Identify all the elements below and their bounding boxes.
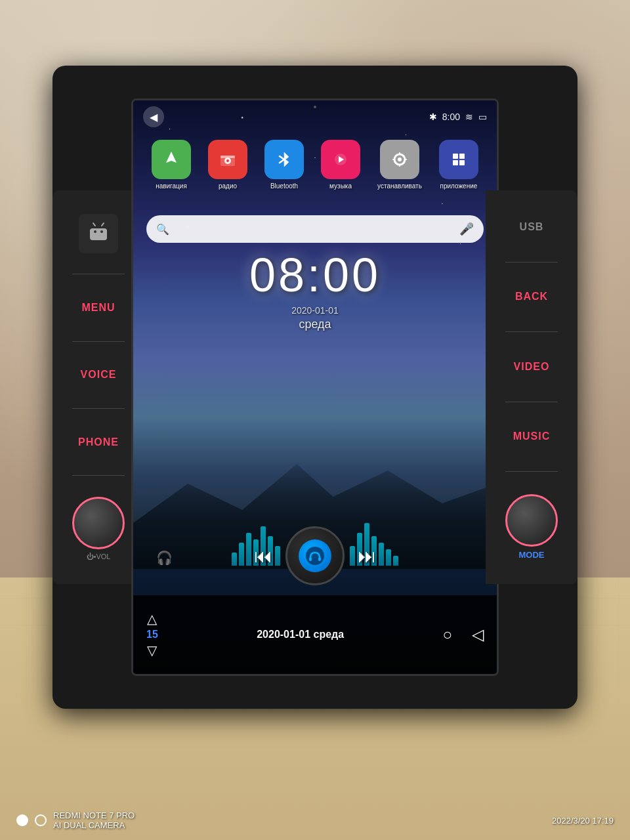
svg-rect-30 [318, 557, 321, 561]
mic-icon: 🎤 [459, 222, 474, 236]
divider-4 [72, 475, 125, 476]
svg-rect-29 [309, 557, 312, 561]
camera-model-text: REDMI NOTE 7 PRO AI DUAL CAMERA [53, 810, 135, 830]
svg-point-11 [226, 159, 229, 162]
usb-button[interactable]: USB [499, 215, 564, 240]
svg-rect-20 [399, 164, 400, 167]
search-icon: 🔍 [156, 223, 169, 236]
divider-3 [72, 408, 125, 409]
camera-info-bar: REDMI NOTE 7 PRO AI DUAL CAMERA 2022/3/2… [0, 810, 630, 830]
app-settings[interactable]: устанавливать [377, 140, 422, 190]
app-icons-row: навигация радио [133, 133, 497, 196]
bluetooth-status-icon: ✱ [429, 112, 437, 122]
back-arrow-button[interactable]: ◀ [143, 106, 164, 127]
channel-selector: △ 15 ▽ [146, 611, 158, 658]
main-screen: ◀ ✱ 8:00 ≋ ▭ навигация [131, 98, 499, 676]
svg-rect-2 [90, 228, 107, 240]
svg-point-3 [94, 230, 96, 233]
svg-rect-21 [392, 159, 395, 160]
svg-point-4 [100, 230, 103, 233]
settings-app-label: устанавливать [377, 182, 422, 190]
status-bar: ◀ ✱ 8:00 ≋ ▭ [133, 100, 497, 133]
svg-line-5 [93, 223, 95, 226]
status-time: 8:00 [442, 112, 460, 122]
voice-button[interactable]: VOICE [66, 362, 131, 387]
battery-icon: ▭ [478, 112, 487, 122]
play-circle-inner [299, 539, 331, 572]
apps-app-icon [439, 140, 478, 179]
back-hw-button[interactable]: BACK [499, 284, 564, 309]
next-button[interactable]: ⏭ [358, 545, 376, 567]
bottom-date-text: 2020-01-01 среда [257, 629, 344, 640]
svg-rect-25 [459, 154, 465, 159]
volume-knob[interactable] [72, 497, 125, 549]
app-apps[interactable]: приложение [439, 140, 478, 190]
home-button[interactable]: ○ [443, 625, 453, 644]
clock-weekday: среда [133, 318, 497, 331]
app-radio[interactable]: радио [208, 140, 247, 190]
channel-down-button[interactable]: ▽ [147, 642, 157, 658]
play-button[interactable] [285, 526, 345, 585]
car-unit: MENU VOICE PHONE ⏻•VOL ◀ ✱ 8:00 ≋ ▭ [52, 66, 578, 709]
divider-1 [72, 274, 125, 274]
music-player: ⏮ ⏭ [133, 526, 497, 595]
right-divider-4 [505, 471, 558, 472]
music-app-icon [321, 140, 360, 179]
apps-app-label: приложение [440, 182, 477, 190]
vol-label: ⏻•VOL [87, 553, 111, 560]
camera-ring-icon [35, 814, 47, 826]
android-button[interactable] [79, 214, 118, 253]
clock-time: 08:00 [133, 248, 497, 302]
settings-app-icon [380, 140, 419, 179]
signal-icon: ≋ [465, 112, 473, 122]
bottom-navigation: △ 15 ▽ 2020-01-01 среда ○ ◁ [133, 595, 497, 674]
left-panel: MENU VOICE PHONE ⏻•VOL [52, 190, 144, 584]
svg-point-28 [306, 547, 324, 565]
nav-app-icon [152, 140, 191, 179]
back-nav-button[interactable]: ◁ [472, 625, 484, 644]
bt-app-label: Bluetooth [270, 182, 298, 190]
svg-rect-12 [220, 156, 235, 158]
right-divider-3 [505, 402, 558, 402]
app-navigation[interactable]: навигация [152, 140, 191, 190]
search-bar[interactable]: 🔍 🎤 [146, 215, 484, 243]
right-divider-2 [505, 331, 558, 332]
radio-app-icon [208, 140, 247, 179]
music-app-label: музыка [329, 182, 352, 190]
svg-line-6 [102, 223, 104, 226]
svg-rect-27 [459, 160, 465, 165]
divider-2 [72, 341, 125, 342]
channel-number: 15 [146, 629, 158, 640]
camera-left: REDMI NOTE 7 PRO AI DUAL CAMERA [16, 810, 135, 830]
svg-rect-26 [453, 160, 458, 165]
svg-rect-19 [399, 152, 400, 155]
phone-button[interactable]: PHONE [66, 430, 131, 455]
mode-knob[interactable] [505, 494, 558, 547]
player-controls: ⏮ ⏭ [254, 526, 376, 585]
prev-button[interactable]: ⏮ [254, 545, 272, 567]
svg-rect-22 [404, 159, 407, 160]
nav-icons-right: ○ ◁ [443, 625, 484, 644]
mode-label: MODE [519, 550, 545, 560]
clock-date: 2020-01-01 [133, 305, 497, 316]
channel-up-button[interactable]: △ [147, 611, 157, 627]
video-button[interactable]: VIDEO [499, 354, 564, 379]
camera-datetime: 2022/3/20 17:19 [552, 816, 614, 826]
app-bluetooth[interactable]: Bluetooth [264, 140, 304, 190]
camera-dot-icon [16, 814, 28, 826]
menu-button[interactable]: MENU [66, 295, 131, 320]
status-right: ✱ 8:00 ≋ ▭ [429, 112, 487, 122]
svg-rect-23 [448, 148, 470, 171]
radio-app-label: радио [219, 182, 237, 190]
svg-point-18 [398, 158, 402, 161]
clock-display: 08:00 2020-01-01 среда [133, 248, 497, 331]
music-hw-button[interactable]: MUSIC [499, 424, 564, 449]
bt-app-icon [264, 140, 304, 179]
right-divider-1 [505, 262, 558, 262]
app-music[interactable]: музыка [321, 140, 360, 190]
nav-app-label: навигация [156, 182, 187, 190]
svg-rect-24 [453, 154, 458, 159]
right-panel: USB BACK VIDEO MUSIC MODE [486, 190, 578, 584]
